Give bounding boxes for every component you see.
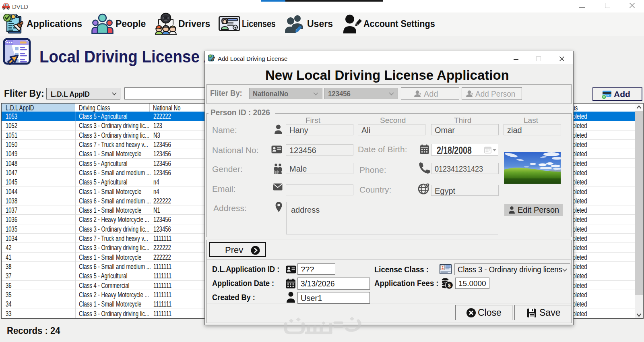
svg-text:$: $: [448, 282, 451, 288]
